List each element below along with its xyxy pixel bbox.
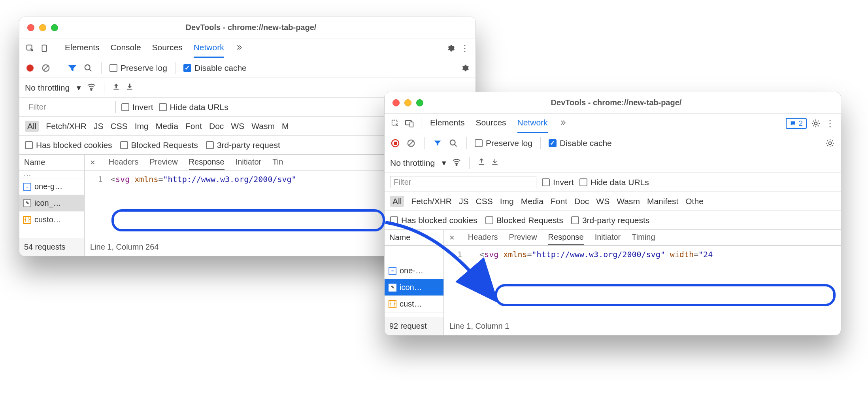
disable-cache-checkbox[interactable]: ✓Disable cache (549, 138, 612, 148)
network-settings-icon[interactable] (825, 138, 835, 148)
filter-doc[interactable]: Doc (209, 121, 224, 131)
filter-all[interactable]: All (25, 121, 39, 132)
tab-elements[interactable]: Elements (430, 114, 465, 133)
wifi-icon[interactable] (87, 82, 96, 93)
close-icon[interactable]: × (90, 157, 95, 168)
record-icon[interactable] (390, 138, 400, 148)
search-icon[interactable] (448, 138, 459, 148)
filter-font[interactable]: Font (185, 121, 202, 131)
request-row[interactable]: ≡ one-g… (19, 178, 84, 195)
name-column-header[interactable]: Name (19, 155, 84, 170)
filter-ws[interactable]: WS (231, 121, 244, 131)
request-row[interactable]: ⎨⎬ custo… (19, 212, 84, 228)
filter-media[interactable]: Media (156, 121, 178, 131)
tab-sources[interactable]: Sources (476, 114, 506, 133)
request-row[interactable]: ⎨⎬ cust… (385, 296, 443, 313)
svg-point-16 (829, 142, 832, 144)
response-tab-timing[interactable]: Tin (272, 155, 283, 170)
blocked-requests-checkbox[interactable]: Blocked Requests (120, 140, 198, 150)
minimize-dot[interactable] (404, 99, 411, 106)
tab-sources[interactable]: Sources (152, 38, 183, 58)
upload-icon[interactable] (112, 83, 120, 93)
zoom-dot[interactable] (416, 99, 423, 106)
device-icon[interactable] (39, 43, 49, 53)
response-tab-response[interactable]: Response (548, 230, 584, 245)
download-icon[interactable] (126, 83, 134, 93)
response-tab-headers[interactable]: Headers (109, 155, 139, 170)
request-row[interactable]: ✎ icon… (385, 279, 443, 296)
tab-elements[interactable]: Elements (65, 38, 100, 58)
settings-icon[interactable] (445, 43, 456, 53)
has-blocked-cookies-checkbox[interactable]: Has blocked cookies (390, 216, 477, 225)
filter-icon[interactable] (432, 138, 443, 148)
record-icon[interactable] (25, 63, 35, 73)
download-icon[interactable] (491, 158, 499, 168)
throttling-select[interactable]: No throttling ▾ (390, 158, 446, 168)
svg-rect-6 (113, 89, 119, 90)
kebab-icon[interactable]: ⋮ (460, 43, 470, 53)
preserve-log-checkbox[interactable]: Preserve log (109, 63, 167, 73)
wifi-icon[interactable] (452, 157, 461, 169)
search-icon[interactable] (83, 63, 93, 73)
filter-input[interactable]: Filter (25, 101, 116, 113)
response-tab-response[interactable]: Response (189, 155, 225, 170)
disable-cache-checkbox[interactable]: ✓Disable cache (183, 63, 247, 73)
line-number: 1 (444, 246, 468, 317)
svg-rect-18 (479, 164, 484, 165)
tab-console[interactable]: Console (111, 38, 141, 58)
invert-checkbox[interactable]: Invert (542, 178, 574, 187)
device-icon[interactable] (404, 118, 415, 129)
filter-icon[interactable] (67, 63, 77, 73)
throttling-select[interactable]: No throttling ▾ (25, 83, 81, 93)
tab-network[interactable]: Network (194, 38, 224, 58)
traffic-lights[interactable] (392, 99, 423, 106)
name-column-header[interactable]: Name (385, 230, 443, 246)
response-code[interactable]: <svg xmlns="http://www.w3.org/2000/svg" … (468, 246, 841, 317)
inspect-icon[interactable] (390, 118, 400, 129)
clear-icon[interactable] (41, 63, 51, 73)
more-tabs[interactable] (235, 38, 242, 58)
kebab-icon[interactable]: ⋮ (825, 118, 835, 129)
filter-wasm[interactable]: Wasm (251, 121, 275, 131)
upload-icon[interactable] (477, 158, 485, 168)
hide-data-urls-checkbox[interactable]: Hide data URLs (579, 178, 649, 187)
filter-all[interactable]: All (390, 196, 404, 207)
filter-input[interactable]: Filter (390, 176, 536, 188)
has-blocked-cookies-checkbox[interactable]: Has blocked cookies (25, 140, 112, 150)
filter-manifest[interactable]: M (282, 121, 289, 131)
response-tab-preview[interactable]: Preview (149, 155, 177, 170)
request-row[interactable]: ✎ icon_… (19, 195, 84, 212)
blocked-requests-checkbox[interactable]: Blocked Requests (485, 216, 563, 225)
response-tab-timing[interactable]: Timing (632, 230, 655, 245)
invert-checkbox[interactable]: Invert (121, 102, 153, 112)
svg-rect-19 (492, 164, 497, 165)
close-icon[interactable]: × (449, 233, 455, 243)
response-tab-headers[interactable]: Headers (468, 230, 498, 245)
tab-network[interactable]: Network (517, 114, 548, 133)
hide-data-urls-checkbox[interactable]: Hide data URLs (159, 102, 228, 112)
filter-fetchxhr[interactable]: Fetch/XHR (46, 121, 87, 131)
filter-img[interactable]: Img (135, 121, 149, 131)
response-tab-initiator[interactable]: Initiator (595, 230, 621, 245)
traffic-lights[interactable] (27, 24, 58, 31)
settings-icon[interactable] (811, 118, 821, 129)
clear-icon[interactable] (406, 138, 416, 148)
filter-js[interactable]: JS (94, 121, 104, 131)
network-settings-icon[interactable] (460, 63, 470, 73)
response-tab-preview[interactable]: Preview (509, 230, 537, 245)
close-dot[interactable] (392, 99, 400, 106)
zoom-dot[interactable] (51, 24, 58, 31)
request-row[interactable]: … (19, 170, 84, 178)
inspect-icon[interactable] (25, 43, 35, 53)
third-party-checkbox[interactable]: 3rd-party requests (571, 216, 649, 225)
response-tab-initiator[interactable]: Initiator (236, 155, 262, 170)
close-dot[interactable] (27, 24, 34, 31)
window-title: DevTools - chrome://new-tab-page/ (66, 23, 436, 32)
filter-css[interactable]: CSS (111, 121, 128, 131)
request-row[interactable]: ≡ one-… (385, 263, 443, 279)
issues-badge[interactable]: 2 (786, 118, 807, 129)
third-party-checkbox[interactable]: 3rd-party request (206, 140, 280, 150)
minimize-dot[interactable] (39, 24, 46, 31)
preserve-log-checkbox[interactable]: Preserve log (475, 138, 532, 148)
more-tabs[interactable] (559, 114, 566, 133)
